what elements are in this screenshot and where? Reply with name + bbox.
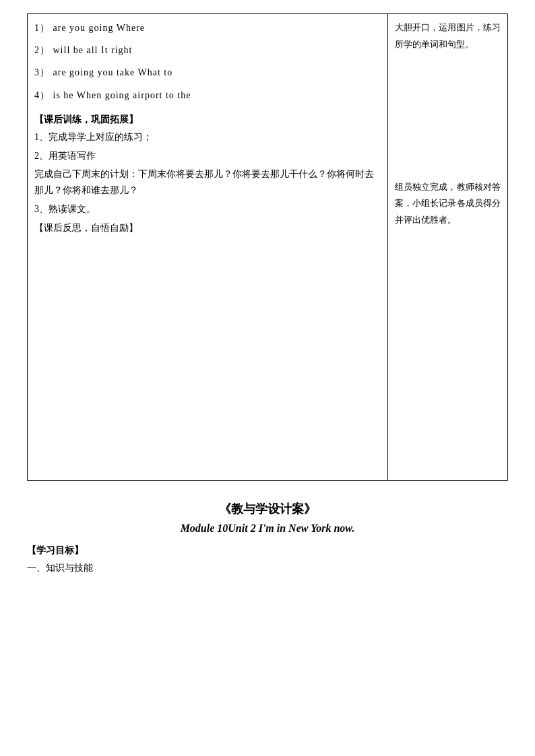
practice-item-reflection: 【课后反思，自悟自励】 <box>34 220 381 236</box>
practice-item-3: 3、熟读课文。 <box>34 201 381 217</box>
sentence-2: 2） will be all It right <box>34 42 381 59</box>
right-text-top: 大胆开口，运用图片，练习所学的单词和句型。 <box>395 20 501 53</box>
practice-item-1: 1、完成导学上对应的练习； <box>34 129 381 145</box>
sentence-3: 3） are going you take What to <box>34 64 381 81</box>
practice-item-2: 2、用英语写作 <box>34 148 381 164</box>
study-goal-header: 【学习目标】 <box>27 545 508 557</box>
sentence-4: 4） is he When going airport to the <box>34 87 381 104</box>
module-title: Module 10Unit 2 I'm in New York now. <box>27 522 508 535</box>
sentence-1: 1） are you going Where <box>34 20 381 36</box>
book-title-section: 《教与学设计案》 Module 10Unit 2 I'm in New York… <box>27 501 508 535</box>
empty-space <box>34 239 381 475</box>
book-title: 《教与学设计案》 <box>27 501 508 517</box>
right-content-cell: 大胆开口，运用图片，练习所学的单词和句型。 组员独立完成，教师核对答案，小组长记… <box>387 14 507 481</box>
right-text-bottom: 组员独立完成，教师核对答案，小组长记录各成员得分并评出优胜者。 <box>395 179 501 229</box>
content-table: 1） are you going Where 2） will be all It… <box>27 13 508 481</box>
left-content-cell: 1） are you going Where 2） will be all It… <box>28 14 388 481</box>
practice-item-2-detail: 完成自己下周末的计划：下周末你将要去那儿？你将要去那儿干什么？你将何时去那儿？你… <box>34 166 381 199</box>
section-header-practice: 【课后训练，巩固拓展】 <box>34 114 381 126</box>
study-subitem-1: 一、知识与技能 <box>27 560 508 576</box>
